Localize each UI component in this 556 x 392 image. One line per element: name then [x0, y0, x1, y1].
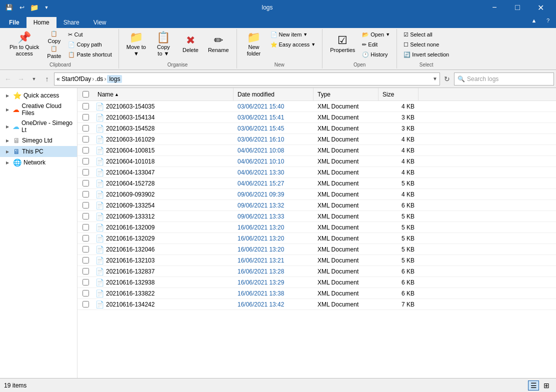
new-folder-button[interactable]: 📁 Newfolder [241, 30, 267, 59]
file-checkbox[interactable] [82, 180, 89, 186]
forward-button[interactable]: → [15, 73, 27, 85]
new-item-button[interactable]: 📄 New item ▼ [268, 30, 318, 39]
tab-home[interactable]: Home [26, 17, 56, 28]
minimise-button[interactable]: − [483, 0, 506, 15]
rename-button[interactable]: ✏ Rename [204, 30, 232, 59]
file-checkbox[interactable] [82, 191, 89, 198]
sidebar-item-quick-access[interactable]: ▶ ⭐ Quick access [0, 90, 77, 101]
copy-button[interactable]: 📋 Copy [44, 30, 64, 44]
row-checkbox[interactable] [78, 257, 94, 264]
file-checkbox[interactable] [82, 301, 89, 308]
details-view-button[interactable]: ☰ [528, 380, 539, 390]
select-all-button[interactable]: ☑ Select all [401, 30, 452, 39]
file-checkbox[interactable] [82, 257, 89, 264]
file-checkbox[interactable] [82, 224, 89, 230]
file-row[interactable]: 📄 20210603-154134 03/06/2021 15:41 XML D… [78, 112, 556, 123]
file-row[interactable]: 📄 20210616-132046 16/06/2021 13:20 XML D… [78, 244, 556, 255]
open-button[interactable]: 📂 Open ▼ [360, 30, 392, 39]
file-row[interactable]: 📄 20210603-154035 03/06/2021 15:40 XML D… [78, 101, 556, 112]
file-checkbox[interactable] [82, 158, 89, 164]
row-checkbox[interactable] [78, 158, 94, 164]
header-checkbox[interactable] [78, 91, 94, 98]
tab-view[interactable]: View [86, 17, 114, 28]
refresh-button[interactable]: ↻ [441, 72, 453, 86]
file-checkbox[interactable] [82, 114, 89, 120]
row-checkbox[interactable] [78, 169, 94, 176]
properties-button[interactable]: ☑ Properties [326, 30, 358, 59]
file-checkbox[interactable] [82, 169, 89, 176]
file-checkbox[interactable] [82, 202, 89, 208]
invert-selection-button[interactable]: 🔄 Invert selection [401, 50, 452, 59]
help-button[interactable]: ? [542, 15, 554, 26]
row-checkbox[interactable] [78, 114, 94, 120]
select-none-button[interactable]: ☐ Select none [401, 40, 452, 49]
file-row[interactable]: 📄 20210609-133312 09/06/2021 13:33 XML D… [78, 211, 556, 222]
file-row[interactable]: 📄 20210616-133822 16/06/2021 13:38 XML D… [78, 288, 556, 299]
easy-access-button[interactable]: ⭐ Easy access ▼ [268, 40, 318, 49]
sidebar-item-this-pc[interactable]: ▶ 🖥 This PC [0, 146, 77, 157]
move-to-button[interactable]: 📁 Move to▼ [123, 30, 150, 59]
sidebar-item-simego[interactable]: ▶ 🖥 Simego Ltd [0, 135, 77, 146]
row-checkbox[interactable] [78, 213, 94, 220]
file-row[interactable]: 📄 20210603-154528 03/06/2021 15:45 XML D… [78, 123, 556, 134]
row-checkbox[interactable] [78, 180, 94, 186]
sidebar-item-creative-cloud[interactable]: ▶ ☁ Creative Cloud Files [0, 101, 77, 118]
file-row[interactable]: 📄 20210604-133047 04/06/2021 13:30 XML D… [78, 167, 556, 178]
file-row[interactable]: 📄 20210609-093902 09/06/2021 09:39 XML D… [78, 189, 556, 200]
file-row[interactable]: 📄 20210616-132009 16/06/2021 13:20 XML D… [78, 222, 556, 233]
row-checkbox[interactable] [78, 290, 94, 296]
row-checkbox[interactable] [78, 125, 94, 132]
file-row[interactable]: 📄 20210604-100815 04/06/2021 10:08 XML D… [78, 145, 556, 156]
row-checkbox[interactable] [78, 246, 94, 252]
file-checkbox[interactable] [82, 147, 89, 154]
file-row[interactable]: 📄 20210616-134242 16/06/2021 13:42 XML D… [78, 299, 556, 310]
file-row[interactable]: 📄 20210616-132103 16/06/2021 13:21 XML D… [78, 255, 556, 266]
row-checkbox[interactable] [78, 268, 94, 274]
file-row[interactable]: 📄 20210616-132029 16/06/2021 13:20 XML D… [78, 233, 556, 244]
address-breadcrumb[interactable]: « StartOfDay › .ds › logs ▼ [54, 72, 440, 86]
quick-access-save[interactable]: 💾 [4, 2, 14, 12]
quick-access-dropdown[interactable]: ▼ [42, 2, 52, 12]
paste-button[interactable]: 📋 Paste [44, 45, 64, 59]
file-checkbox[interactable] [82, 235, 89, 242]
col-header-date[interactable]: Date modified [234, 88, 314, 100]
file-checkbox[interactable] [82, 213, 89, 220]
col-header-size[interactable]: Size [378, 88, 418, 100]
breadcrumb-startofday[interactable]: « StartOfDay [56, 76, 91, 82]
row-checkbox[interactable] [78, 279, 94, 286]
up-button[interactable]: ↑ [41, 73, 53, 85]
pin-to-quick-access-button[interactable]: 📌 Pin to Quickaccess [6, 30, 42, 59]
back-button[interactable]: ← [2, 73, 14, 85]
breadcrumb-dropdown[interactable]: ▼ [432, 76, 438, 82]
search-box[interactable]: 🔍 Search logs [454, 72, 554, 86]
copy-to-button[interactable]: 📋 Copyto ▼ [150, 30, 176, 59]
file-row[interactable]: 📄 20210603-161029 03/06/2021 16:10 XML D… [78, 134, 556, 145]
row-checkbox[interactable] [78, 103, 94, 110]
breadcrumb-logs[interactable]: logs [107, 75, 122, 83]
tab-file[interactable]: File [2, 17, 26, 28]
row-checkbox[interactable] [78, 301, 94, 308]
row-checkbox[interactable] [78, 202, 94, 208]
file-row[interactable]: 📄 20210616-132938 16/06/2021 13:29 XML D… [78, 277, 556, 288]
file-checkbox[interactable] [82, 125, 89, 132]
sidebar-item-onedrive[interactable]: ▶ ☁ OneDrive - Simego Lt [0, 118, 77, 135]
file-row[interactable]: 📄 20210616-132837 16/06/2021 13:28 XML D… [78, 266, 556, 277]
paste-shortcut-button[interactable]: 📋 Paste shortcut [66, 50, 114, 59]
delete-button[interactable]: ✖ Delete [178, 30, 204, 59]
file-checkbox[interactable] [82, 103, 89, 110]
file-row[interactable]: 📄 20210609-133254 09/06/2021 13:32 XML D… [78, 200, 556, 211]
cut-button[interactable]: ✂ Cut [66, 30, 114, 39]
row-checkbox[interactable] [78, 147, 94, 154]
file-row[interactable]: 📄 20210604-101018 04/06/2021 10:10 XML D… [78, 156, 556, 167]
edit-button[interactable]: ✏ Edit [360, 40, 392, 49]
ribbon-collapse-button[interactable]: ▲ [528, 15, 540, 26]
row-checkbox[interactable] [78, 191, 94, 198]
copy-path-button[interactable]: 📄 Copy path [66, 40, 114, 49]
quick-access-undo[interactable]: ↩ [17, 2, 27, 12]
file-checkbox[interactable] [82, 290, 89, 296]
file-checkbox[interactable] [82, 279, 89, 286]
file-checkbox[interactable] [82, 136, 89, 142]
tab-share[interactable]: Share [56, 17, 86, 28]
select-all-checkbox[interactable] [82, 91, 89, 98]
col-header-type[interactable]: Type [314, 88, 378, 100]
